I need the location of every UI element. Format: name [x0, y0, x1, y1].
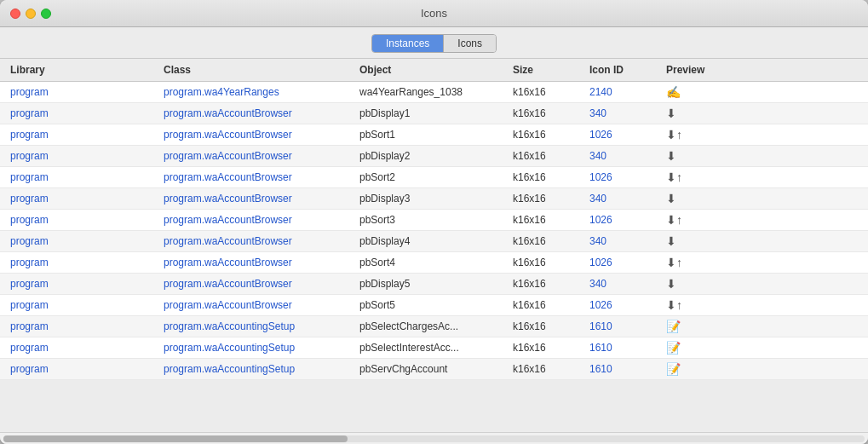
cell-class[interactable]: program.wa4YearRanges: [160, 84, 356, 100]
cell-size: k16x16: [509, 255, 586, 270]
cell-size: k16x16: [509, 234, 586, 249]
cell-class[interactable]: program.waAccountingSetup: [160, 319, 356, 334]
col-class: Class: [160, 62, 356, 78]
preview-icon: ✍: [666, 85, 681, 99]
main-window: Icons Instances Icons Library Class Obje…: [0, 0, 868, 444]
cell-icon-id[interactable]: 340: [586, 234, 663, 249]
cell-object: wa4YearRanges_1038: [356, 84, 509, 100]
cell-icon-id[interactable]: 340: [586, 106, 663, 121]
preview-icon: ⬇: [666, 107, 676, 120]
cell-library: program: [7, 170, 160, 185]
cell-library: program: [7, 212, 160, 228]
cell-class[interactable]: program.waAccountBrowser: [160, 148, 356, 164]
cell-preview: ⬇↑: [663, 211, 731, 228]
table-row[interactable]: programprogram.waAccountBrowserpbSort3k1…: [0, 210, 868, 231]
col-preview: Preview: [663, 62, 731, 78]
cell-class[interactable]: program.waAccountingSetup: [160, 340, 356, 355]
cell-class[interactable]: program.waAccountingSetup: [160, 361, 356, 377]
cell-class[interactable]: program.waAccountBrowser: [160, 255, 356, 270]
table-row[interactable]: programprogram.waAccountBrowserpbSort2k1…: [0, 167, 868, 188]
cell-icon-id[interactable]: 340: [586, 276, 663, 291]
preview-icon: ⬇↑: [666, 170, 682, 184]
cell-icon-id[interactable]: 1610: [586, 319, 663, 334]
preview-icon: 📝: [666, 341, 681, 355]
table-row[interactable]: programprogram.waAccountingSetuppbSelect…: [0, 337, 868, 359]
table-row[interactable]: programprogram.waAccountBrowserpbSort5k1…: [0, 295, 868, 316]
close-button[interactable]: [10, 9, 20, 19]
preview-icon: ⬇↑: [666, 128, 682, 141]
cell-icon-id[interactable]: 1026: [586, 170, 663, 185]
cell-size: k16x16: [509, 212, 586, 228]
cell-icon-id[interactable]: 340: [586, 191, 663, 206]
cell-class[interactable]: program.waAccountBrowser: [160, 234, 356, 249]
cell-library: program: [7, 319, 160, 334]
table-row[interactable]: programprogram.waAccountBrowserpbDisplay…: [0, 231, 868, 252]
preview-icon: ⬇↑: [666, 256, 682, 269]
cell-library: program: [7, 234, 160, 249]
table-row[interactable]: programprogram.waAccountingSetuppbServCh…: [0, 359, 868, 380]
cell-icon-id[interactable]: 1610: [586, 340, 663, 355]
cell-class[interactable]: program.waAccountBrowser: [160, 106, 356, 121]
cell-icon-id[interactable]: 1610: [586, 361, 663, 377]
cell-library: program: [7, 276, 160, 291]
minimize-button[interactable]: [26, 9, 36, 19]
preview-icon: ⬇: [666, 234, 676, 248]
cell-object: pbSort4: [356, 255, 509, 270]
cell-size: k16x16: [509, 191, 586, 206]
table-row[interactable]: programprogram.waAccountBrowserpbDisplay…: [0, 146, 868, 167]
cell-object: pbDisplay4: [356, 234, 509, 249]
cell-class[interactable]: program.waAccountBrowser: [160, 276, 356, 291]
cell-class[interactable]: program.waAccountBrowser: [160, 191, 356, 206]
cell-library: program: [7, 340, 160, 355]
cell-class[interactable]: program.waAccountBrowser: [160, 297, 356, 313]
table-row[interactable]: programprogram.waAccountBrowserpbSort4k1…: [0, 252, 868, 274]
table-row[interactable]: programprogram.wa4YearRangeswa4YearRange…: [0, 82, 868, 103]
table-row[interactable]: programprogram.waAccountBrowserpbDisplay…: [0, 274, 868, 295]
table-body[interactable]: programprogram.wa4YearRangeswa4YearRange…: [0, 82, 868, 432]
tab-icons[interactable]: Icons: [444, 35, 496, 52]
cell-size: k16x16: [509, 361, 586, 377]
cell-icon-id[interactable]: 2140: [586, 84, 663, 100]
cell-icon-id[interactable]: 1026: [586, 212, 663, 228]
col-icon-id: Icon ID: [586, 62, 663, 78]
cell-icon-id[interactable]: 1026: [586, 255, 663, 270]
table-row[interactable]: programprogram.waAccountBrowserpbDisplay…: [0, 103, 868, 124]
scrollbar-h-thumb[interactable]: [3, 435, 348, 442]
preview-icon: ⬇↑: [666, 298, 682, 312]
cell-object: pbSort2: [356, 170, 509, 185]
preview-icon: ⬇: [666, 192, 676, 205]
maximize-button[interactable]: [41, 9, 51, 19]
cell-preview: ⬇: [663, 275, 731, 292]
preview-icon: ⬇↑: [666, 213, 682, 227]
cell-preview: 📝: [663, 318, 731, 335]
cell-object: pbDisplay1: [356, 106, 509, 121]
cell-preview: ⬇↑: [663, 297, 731, 314]
cell-object: pbSelectChargesAc...: [356, 319, 509, 334]
cell-preview: ⬇: [663, 147, 731, 164]
scrollbar-h-track: [3, 435, 865, 442]
cell-object: pbDisplay5: [356, 276, 509, 291]
cell-size: k16x16: [509, 340, 586, 355]
cell-size: k16x16: [509, 106, 586, 121]
col-object: Object: [356, 62, 509, 78]
cell-icon-id[interactable]: 1026: [586, 127, 663, 142]
cell-size: k16x16: [509, 84, 586, 100]
cell-object: pbDisplay3: [356, 191, 509, 206]
cell-size: k16x16: [509, 170, 586, 185]
col-library: Library: [7, 62, 160, 78]
cell-preview: ⬇↑: [663, 254, 731, 271]
table-row[interactable]: programprogram.waAccountBrowserpbSort1k1…: [0, 124, 868, 146]
preview-icon: 📝: [666, 320, 681, 333]
tab-instances[interactable]: Instances: [372, 35, 444, 52]
horizontal-scrollbar[interactable]: [0, 432, 868, 444]
table-row[interactable]: programprogram.waAccountBrowserpbDisplay…: [0, 188, 868, 210]
cell-object: pbSort3: [356, 212, 509, 228]
cell-class[interactable]: program.waAccountBrowser: [160, 212, 356, 228]
table-row[interactable]: programprogram.waAccountingSetuppbSelect…: [0, 316, 868, 337]
table-container: Library Class Object Size Icon ID Previe…: [0, 59, 868, 432]
cell-class[interactable]: program.waAccountBrowser: [160, 170, 356, 185]
cell-class[interactable]: program.waAccountBrowser: [160, 127, 356, 142]
cell-icon-id[interactable]: 340: [586, 148, 663, 164]
cell-icon-id[interactable]: 1026: [586, 297, 663, 313]
cell-object: pbServChgAccount: [356, 361, 509, 377]
